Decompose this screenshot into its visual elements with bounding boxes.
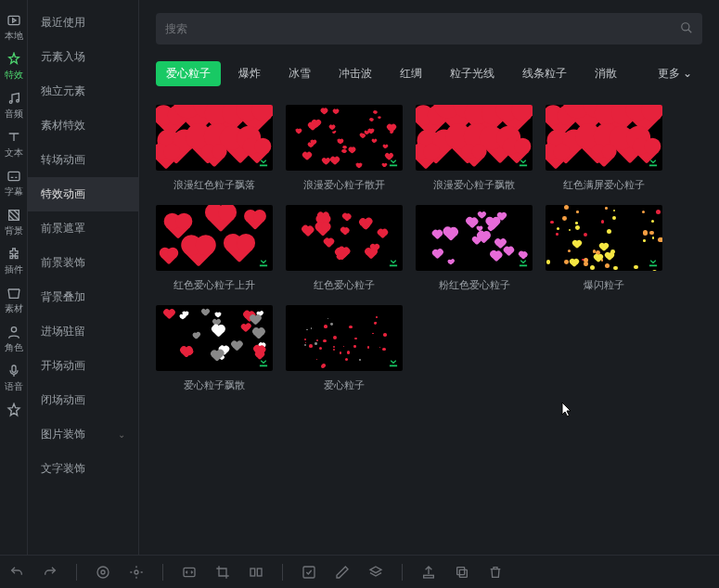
svg-point-8 [682, 22, 689, 30]
chevron-down-icon: ⌄ [683, 67, 692, 80]
download-icon[interactable] [517, 155, 530, 168]
sidebar-tab-label: 特效 [5, 69, 23, 82]
sidebar-tab-effects[interactable]: 特效 [0, 46, 28, 85]
aspect-button[interactable] [96, 565, 110, 580]
svg-rect-26 [303, 567, 315, 578]
category-picdeco[interactable]: 图片装饰⌄ [28, 417, 138, 452]
category-matfx[interactable]: 素材特效 [28, 109, 138, 143]
svg-rect-15 [390, 265, 397, 267]
undo-button[interactable] [9, 565, 24, 580]
svg-rect-27 [424, 575, 434, 578]
tag-ribbon[interactable]: 红绸 [390, 61, 432, 86]
sidebar-tab-label: 本地 [5, 30, 23, 43]
thumbnail-preview [286, 105, 403, 171]
sidebar-tab-audio[interactable]: 音频 [0, 85, 28, 124]
redo-button[interactable] [43, 565, 58, 580]
main-panel: 爱心粒子爆炸冰雪冲击波红绸粒子光线线条粒子消散更多 ⌄ 浪漫红色粒子飘落浪漫爱心… [139, 0, 719, 555]
category-label: 特效动画 [41, 186, 85, 202]
thumbnail-item[interactable]: 浪漫爱心粒子飘散 [416, 105, 533, 192]
category-fgdeco[interactable]: 前景装饰 [28, 246, 138, 280]
sidebar-tab-character[interactable]: 角色 [0, 319, 28, 358]
tag-heart[interactable]: 爱心粒子 [156, 61, 221, 86]
tag-explode[interactable]: 爆炸 [228, 61, 271, 86]
bottom-toolbar [0, 555, 719, 588]
svg-rect-16 [520, 265, 527, 267]
category-textdeco[interactable]: 文字装饰 [28, 452, 138, 486]
focus-button[interactable] [129, 565, 144, 580]
thumbnail-item[interactable]: 红色爱心粒子 [286, 205, 403, 292]
thumbnail-item[interactable]: 浪漫红色粒子飘落 [156, 105, 273, 192]
svg-point-3 [16, 99, 19, 102]
sidebar-tab-voice[interactable]: 语音 [0, 358, 28, 397]
upload-icon[interactable] [421, 565, 436, 580]
thumbnail-preview [156, 305, 273, 371]
thumbnail-item[interactable]: 爱心粒子 [286, 305, 403, 392]
search-input[interactable] [165, 22, 680, 35]
crop-icon[interactable] [215, 565, 230, 580]
search-icon[interactable] [680, 21, 693, 37]
download-icon[interactable] [647, 255, 660, 268]
thumbnail-title: 红色爱心粒子 [314, 278, 375, 292]
layers-icon[interactable] [368, 565, 383, 580]
svg-rect-7 [12, 365, 16, 372]
svg-rect-28 [459, 569, 467, 577]
tag-line[interactable]: 线条粒子 [512, 61, 577, 86]
tag-dissipate[interactable]: 消散 [584, 61, 627, 86]
category-stay[interactable]: 进场驻留 [28, 314, 138, 349]
sidebar-tab-label: 文本 [5, 147, 23, 160]
download-icon[interactable] [257, 155, 270, 168]
category-label: 前景遮罩 [41, 221, 85, 236]
thumbnail-item[interactable]: 红色爱心粒子上升 [156, 205, 273, 292]
category-indep[interactable]: 独立元素 [28, 74, 138, 109]
more-label: 更多 [658, 67, 680, 80]
more-tags-button[interactable]: 更多 ⌄ [648, 61, 702, 86]
svg-rect-0 [8, 16, 19, 24]
svg-rect-12 [520, 165, 527, 167]
category-closeani[interactable]: 闭场动画 [28, 383, 138, 417]
category-trans[interactable]: 转场动画 [28, 143, 138, 177]
tag-snow[interactable]: 冰雪 [278, 61, 321, 86]
search-box[interactable] [156, 13, 702, 45]
thumbnail-preview [546, 105, 662, 171]
check-icon[interactable] [302, 565, 316, 580]
category-enter[interactable]: 元素入场 [28, 40, 138, 74]
sidebar-tab-text[interactable]: 文本 [0, 124, 28, 163]
edit-icon[interactable] [335, 565, 350, 580]
category-openani[interactable]: 开场动画 [28, 349, 138, 383]
download-icon[interactable] [647, 155, 660, 168]
category-bgover[interactable]: 背景叠加 [28, 280, 138, 314]
tag-light[interactable]: 粒子光线 [440, 61, 505, 86]
svg-line-9 [688, 29, 692, 32]
thumbnail-item[interactable]: 爱心粒子飘散 [156, 305, 273, 392]
download-icon[interactable] [387, 255, 400, 268]
download-icon[interactable] [257, 255, 270, 268]
download-icon[interactable] [387, 355, 400, 368]
download-icon[interactable] [517, 255, 530, 268]
thumbnail-title: 粉红色爱心粒子 [439, 278, 510, 292]
category-label: 独立元素 [41, 83, 85, 99]
download-icon[interactable] [387, 155, 400, 168]
delete-icon[interactable] [488, 565, 503, 580]
sidebar-tab-material[interactable]: 素材 [0, 280, 28, 319]
sidebar-tab-plugin[interactable]: 插件 [0, 241, 28, 280]
thumbnail-title: 浪漫红色粒子飘落 [173, 178, 255, 192]
sidebar-tab-subtitle[interactable]: 字幕 [0, 163, 28, 202]
category-recent[interactable]: 最近使用 [28, 6, 138, 40]
copy-icon[interactable] [455, 565, 469, 580]
category-sidebar: 最近使用元素入场独立元素素材特效转场动画特效动画前景遮罩前景装饰背景叠加进场驻留… [28, 0, 139, 555]
thumbnail-item[interactable]: 浪漫爱心粒子散开 [286, 105, 403, 192]
category-fgmask[interactable]: 前景遮罩 [28, 211, 138, 246]
code-icon[interactable] [182, 565, 197, 580]
split-icon[interactable] [249, 565, 263, 580]
thumbnail-item[interactable]: 红色满屏爱心粒子 [546, 105, 662, 192]
svg-rect-11 [390, 165, 397, 167]
category-label: 文字装饰 [41, 461, 85, 477]
thumbnail-item[interactable]: 爆闪粒子 [546, 205, 662, 292]
tag-shock[interactable]: 冲击波 [328, 61, 382, 86]
sidebar-tab-favorite[interactable] [0, 397, 28, 423]
thumbnail-item[interactable]: 粉红色爱心粒子 [416, 205, 533, 292]
sidebar-tab-local[interactable]: 本地 [0, 7, 28, 46]
category-fxanim[interactable]: 特效动画 [28, 177, 138, 211]
sidebar-tab-background[interactable]: 背景 [0, 202, 28, 241]
download-icon[interactable] [257, 355, 270, 368]
